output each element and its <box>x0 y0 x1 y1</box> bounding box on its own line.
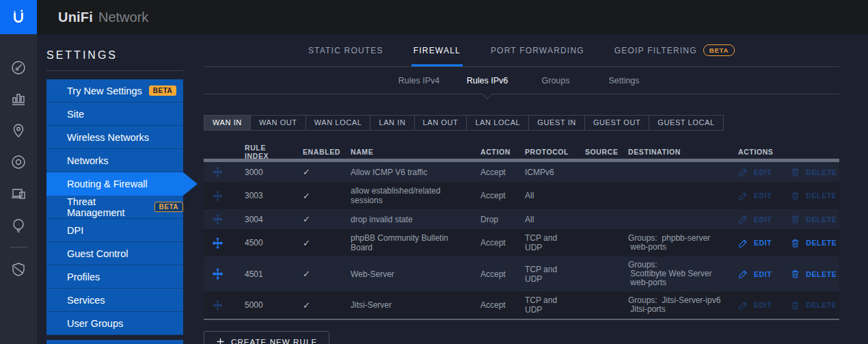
pencil-icon <box>738 191 748 201</box>
col-rule-index: RULE INDEX <box>231 144 289 160</box>
delete-button[interactable]: DELETE <box>790 238 837 248</box>
app-wordmark: UniFi Network <box>58 10 148 25</box>
dashboard-icon[interactable] <box>0 52 37 83</box>
rule-name: Web-Server <box>337 269 467 279</box>
active-subtab-caret <box>483 90 492 99</box>
trash-icon <box>790 300 800 310</box>
pencil-icon <box>738 269 748 279</box>
beta-badge: BETA <box>703 44 735 56</box>
drag-handle-icon[interactable] <box>212 190 223 202</box>
edit-button[interactable]: EDIT <box>738 269 772 279</box>
tab-firewall[interactable]: FIREWALL <box>413 34 461 66</box>
rule-index: 5000 <box>231 300 289 310</box>
settings-sidebar: SETTINGS Try New Settings BETA Site Wire… <box>37 34 204 344</box>
table-row: 5000 ✓ Jitsi-Server Accept TCP and UDP G… <box>204 291 839 319</box>
rule-destination: Groups: Jitsi-Server-ipv6 Jitsi-ports <box>614 296 724 314</box>
sidebar-item-services[interactable]: Services <box>46 289 183 312</box>
sidebar-item-label: DPI <box>67 225 83 236</box>
devices-icon[interactable] <box>0 146 37 178</box>
enabled-check: ✓ <box>289 214 337 224</box>
rule-protocol: All <box>511 215 571 224</box>
table-row: 3004 ✓ drop invalid state Drop All EDIT … <box>204 209 839 229</box>
drag-handle-icon[interactable] <box>211 267 224 280</box>
sidebar-item-dpi[interactable]: DPI <box>46 219 183 242</box>
iface-tab-wan-local[interactable]: WAN LOCAL <box>306 115 371 131</box>
iface-tab-guest-out[interactable]: GUEST OUT <box>584 115 649 131</box>
sidebar-item-label: Services <box>67 295 105 306</box>
iface-tab-wan-out[interactable]: WAN OUT <box>250 115 306 131</box>
subtab-label: Groups <box>542 76 570 85</box>
drag-handle-icon[interactable] <box>212 213 223 225</box>
pencil-icon <box>738 167 748 177</box>
edit-button[interactable]: EDIT <box>738 238 772 248</box>
sidebar-item-label: Profiles <box>67 272 100 282</box>
sidebar-item-threat-management[interactable]: Threat Management BETA <box>46 196 183 219</box>
sidebar-item-routing-firewall[interactable]: Routing & Firewall <box>46 172 183 196</box>
edit-button[interactable]: EDIT <box>738 167 772 177</box>
sidebar-item-user-groups[interactable]: User Groups <box>46 312 183 335</box>
edit-button[interactable]: EDIT <box>738 214 772 224</box>
iface-tab-guest-in[interactable]: GUEST IN <box>528 115 585 131</box>
pencil-icon <box>738 214 748 224</box>
delete-button[interactable]: DELETE <box>790 167 837 177</box>
sidebar-item-controller[interactable]: Controller <box>46 340 183 344</box>
iface-tab-wan-in[interactable]: WAN IN <box>204 115 251 131</box>
sidebar-item-site[interactable]: Site <box>46 103 183 126</box>
iface-tab-lan-local[interactable]: LAN LOCAL <box>466 115 529 131</box>
table-bottom-border <box>204 319 839 320</box>
insights-icon[interactable] <box>0 209 37 241</box>
rule-action: Accept <box>467 238 511 248</box>
subtab-rules-ipv4[interactable]: Rules IPv4 <box>385 67 453 94</box>
sidebar-item-label: Wireless Networks <box>67 132 149 143</box>
create-new-rule-button[interactable]: CREATE NEW RULE <box>204 331 329 344</box>
settings-menu: Try New Settings BETA Site Wireless Netw… <box>46 79 183 344</box>
product-name: Network <box>98 10 148 25</box>
sidebar-item-label: Routing & Firewall <box>67 178 148 189</box>
tab-geoip-filtering[interactable]: GEOIP FILTERING BETA <box>614 34 735 66</box>
trash-icon <box>790 191 800 201</box>
tab-static-routes[interactable]: STATIC ROUTES <box>308 34 383 66</box>
statistics-icon[interactable] <box>0 83 37 115</box>
delete-button[interactable]: DELETE <box>790 214 837 224</box>
enabled-check: ✓ <box>289 300 337 310</box>
subtab-rules-ipv6[interactable]: Rules IPv6 <box>453 67 521 94</box>
iface-tab-lan-out[interactable]: LAN OUT <box>414 115 467 131</box>
tab-label: GEOIP FILTERING <box>614 46 697 55</box>
rule-name: Jitsi-Server <box>337 300 467 310</box>
table-header: RULE INDEX ENABLED NAME ACTION PROTOCOL … <box>204 144 839 159</box>
rule-index: 4500 <box>231 238 289 248</box>
rule-protocol: TCP and UDP <box>511 265 571 284</box>
tab-port-forwarding[interactable]: PORT FORWARDING <box>491 34 584 66</box>
subtab-groups[interactable]: Groups <box>521 67 590 94</box>
drag-handle-icon[interactable] <box>212 166 223 178</box>
col-action: ACTION <box>467 148 511 156</box>
edit-button[interactable]: EDIT <box>738 300 772 310</box>
shield-icon[interactable] <box>0 254 37 285</box>
subtab-settings[interactable]: Settings <box>590 67 658 94</box>
pencil-icon <box>738 300 748 310</box>
iface-tab-guest-local[interactable]: GUEST LOCAL <box>649 115 723 131</box>
sidebar-item-try-new-settings[interactable]: Try New Settings BETA <box>46 79 183 103</box>
map-icon[interactable] <box>0 115 37 146</box>
sidebar-item-profiles[interactable]: Profiles <box>46 265 183 289</box>
drag-handle-icon[interactable] <box>211 237 224 250</box>
drag-handle-icon[interactable] <box>212 300 223 311</box>
sidebar-item-wireless-networks[interactable]: Wireless Networks <box>46 126 183 149</box>
rule-action: Accept <box>467 300 511 310</box>
rule-destination: Groups: phpbb-server web-ports <box>614 234 724 252</box>
sidebar-item-guest-control[interactable]: Guest Control <box>46 242 183 265</box>
clients-icon[interactable] <box>0 178 37 209</box>
delete-button[interactable]: DELETE <box>790 191 837 201</box>
sidebar-item-label: Threat Management <box>67 196 148 218</box>
sidebar-item-networks[interactable]: Networks <box>46 149 183 172</box>
beta-badge: BETA <box>149 85 176 96</box>
delete-button[interactable]: DELETE <box>790 300 837 310</box>
ubiquiti-logo[interactable] <box>0 0 37 34</box>
trash-icon <box>790 238 800 248</box>
col-actions: ACTIONS <box>724 148 839 156</box>
edit-button[interactable]: EDIT <box>738 191 772 201</box>
top-bar: UniFi Network <box>0 0 868 34</box>
delete-button[interactable]: DELETE <box>790 269 837 279</box>
iface-tab-lan-in[interactable]: LAN IN <box>370 115 414 131</box>
rule-name: Allow ICMP V6 traffic <box>337 168 467 177</box>
